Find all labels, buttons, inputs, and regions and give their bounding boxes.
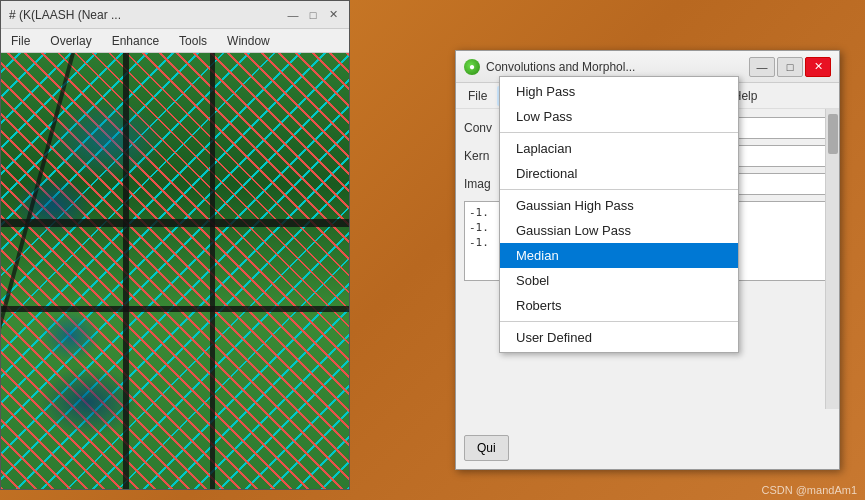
road-vertical-2 [210, 53, 215, 489]
menu-item-roberts[interactable]: Roberts [500, 293, 738, 318]
image-viewer-enhance-menu[interactable]: Enhance [106, 32, 165, 50]
dialog-title-text: Convolutions and Morphol... [486, 60, 635, 74]
road-horizontal-2 [1, 306, 349, 312]
satellite-image [1, 53, 349, 489]
image-viewer-titlebar: # (K(LAASH (Near ... — □ ✕ [1, 1, 349, 29]
convolutions-dropdown: High Pass Low Pass Laplacian Directional… [499, 76, 739, 353]
menu-item-user-defined[interactable]: User Defined [500, 325, 738, 350]
dialog-minimize-button[interactable]: — [749, 57, 775, 77]
image-viewer-file-menu[interactable]: File [5, 32, 36, 50]
dialog-title-left: ● Convolutions and Morphol... [464, 59, 635, 75]
road-horizontal-1 [1, 219, 349, 227]
dialog-footer: Qui [464, 435, 509, 461]
menu-item-sobel[interactable]: Sobel [500, 268, 738, 293]
image-viewer-overlay-menu[interactable]: Overlay [44, 32, 97, 50]
dialog-maximize-button[interactable]: □ [777, 57, 803, 77]
menu-item-directional[interactable]: Directional [500, 161, 738, 186]
image-viewer-window-menu[interactable]: Window [221, 32, 276, 50]
image-viewer-tools-menu[interactable]: Tools [173, 32, 213, 50]
image-viewer-minimize-button[interactable]: — [285, 7, 301, 23]
menu-item-gaussian-high-pass[interactable]: Gaussian High Pass [500, 193, 738, 218]
sat-canvas [1, 53, 349, 489]
watermark-text: CSDN @mandAm1 [761, 484, 857, 496]
dialog-close-button[interactable]: ✕ [805, 57, 831, 77]
image-viewer-close-button[interactable]: ✕ [325, 7, 341, 23]
image-viewer-menubar: File Overlay Enhance Tools Window [1, 29, 349, 53]
dialog-app-icon: ● [464, 59, 480, 75]
road-vertical-1 [123, 53, 129, 489]
separator-3 [500, 321, 738, 322]
dialog-file-menu[interactable]: File [460, 86, 495, 106]
image-viewer-maximize-button[interactable]: □ [305, 7, 321, 23]
image-viewer-controls: — □ ✕ [285, 7, 341, 23]
image-viewer-title: # (K(LAASH (Near ... [9, 8, 285, 22]
image-viewer-window: # (K(LAASH (Near ... — □ ✕ File Overlay … [0, 0, 350, 490]
separator-2 [500, 189, 738, 190]
dialog-window-controls: — □ ✕ [749, 57, 831, 77]
dialog-scrollbar[interactable] [825, 109, 839, 409]
menu-item-median[interactable]: Median [500, 243, 738, 268]
menu-item-gaussian-low-pass[interactable]: Gaussian Low Pass [500, 218, 738, 243]
scrollbar-thumb[interactable] [828, 114, 838, 154]
separator-1 [500, 132, 738, 133]
menu-item-low-pass[interactable]: Low Pass [500, 104, 738, 129]
menu-item-high-pass[interactable]: High Pass [500, 79, 738, 104]
menu-item-laplacian[interactable]: Laplacian [500, 136, 738, 161]
quit-button[interactable]: Qui [464, 435, 509, 461]
